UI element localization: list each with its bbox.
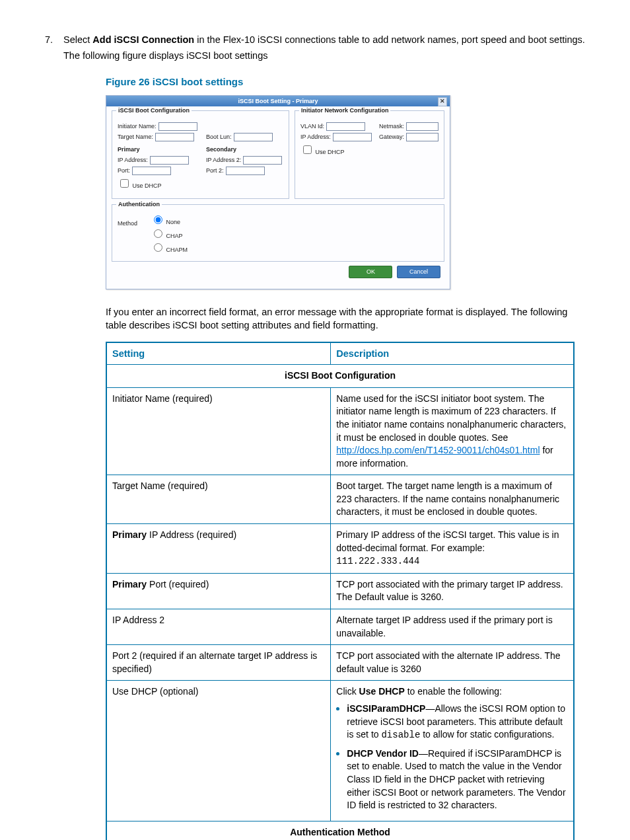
target-name-field: Target Name: [118,133,197,141]
th-description: Description [331,342,574,365]
cell-desc: Name used for the iSCSI initiator boot s… [331,387,574,475]
dialog-titlebar: iSCSI Boot Setting - Primary ✕ [106,96,450,107]
add-iscsi-connection-bold: Add iSCSI Connection [92,34,194,45]
panel-legend: iSCSI Boot Configuration [116,106,192,115]
para-after-dialog: If you enter an incorrect field format, … [106,305,590,332]
primary-port-input[interactable] [132,167,171,175]
settings-table: Setting Description iSCSI Boot Configura… [106,342,575,840]
text: in the Flex-10 iSCSI connections table t… [194,34,585,45]
authentication-panel: Authentication Method None CHAP CHAPM [112,204,444,262]
table-row: Port 2 (required if an alternate target … [106,645,574,681]
dialog-title-text: iSCSI Boot Setting - Primary [238,98,318,104]
figure-title: Figure 26 iSCSI boot settings [106,75,590,89]
step-lead: Select Add iSCSI Connection in the Flex-… [63,34,585,45]
target-name-input[interactable] [155,133,194,141]
section-boot-config: iSCSI Boot Configuration [106,365,574,388]
gateway-input[interactable] [406,133,438,141]
step-line2: The following figure displays iSCSI boot… [63,49,590,62]
table-row: IP Address 2 Alternate target IP address… [106,609,574,645]
radio-chapm[interactable]: CHAPM [151,241,188,254]
cell-setting: Initiator Name (required) [106,387,331,475]
text: Select [63,34,92,45]
panel-legend: Initiator Network Configuration [299,106,391,115]
vlan-id-field: VLAN Id: [300,122,370,131]
cell-desc: TCP port associated with the primary tar… [331,573,574,609]
table-row: Initiator Name (required) Name used for … [106,387,574,475]
boot-lun-input[interactable] [234,133,273,141]
cell-setting: IP Address 2 [106,609,331,645]
method-label: Method [118,219,137,228]
net-ip-field: IP Address: [300,133,370,141]
initiator-name-field: Initiator Name: [118,122,197,131]
ip-address-2-input[interactable] [243,156,282,165]
table-row: Target Name (required) Boot target. The … [106,475,574,524]
list-item: iSCSIParamDHCP—Allows the iSCSI ROM opti… [347,701,568,742]
initiator-name-input[interactable] [158,122,197,131]
cell-desc: Click Use DHCP to enable the following: … [331,681,574,821]
close-icon[interactable]: ✕ [438,97,447,106]
table-row: Primary IP Address (required) Primary IP… [106,524,574,574]
iscsi-boot-dialog: iSCSI Boot Setting - Primary ✕ iSCSI Boo… [106,95,450,289]
boot-config-panel: iSCSI Boot Configuration Initiator Name:… [112,110,289,199]
secondary-label: Secondary [206,145,236,154]
th-setting: Setting [106,342,331,365]
gateway-field: Gateway: [379,133,438,141]
dialog-footer: OK Cancel [112,262,444,282]
network-config-panel: Initiator Network Configuration VLAN Id:… [295,110,444,199]
radio-none[interactable]: None [151,213,188,227]
cancel-button[interactable]: Cancel [397,266,440,278]
net-ip-input[interactable] [333,133,372,141]
cell-setting: Primary IP Address (required) [106,524,331,574]
table-row: Use DHCP (optional) Click Use DHCP to en… [106,681,574,821]
netmask-input[interactable] [406,122,438,131]
use-dhcp-net[interactable]: Use DHCP [300,143,345,157]
ok-button[interactable]: OK [349,266,392,278]
panel-legend: Authentication [116,200,162,209]
cell-desc: Alternate target IP address used if the … [331,609,574,645]
docs-hp-link[interactable]: http://docs.hp.com/en/T1452-90011/ch04s0… [336,445,540,455]
section-auth-method: Authentication Method [106,821,574,840]
primary-ip-input[interactable] [150,156,189,165]
cell-desc: Primary IP address of the iSCSI target. … [331,524,574,574]
port-2-input[interactable] [226,167,265,175]
cell-setting: Primary Port (required) [106,573,331,609]
primary-label: Primary [118,145,197,154]
auth-method-radios: None CHAP CHAPM [151,213,188,254]
ip-address-2-field: IP Address 2: [206,156,282,165]
primary-ip-field: IP Address: [118,156,197,165]
cell-setting: Target Name (required) [106,475,331,524]
cell-setting: Use DHCP (optional) [106,681,331,821]
cell-desc: TCP port associated with the alternate I… [331,645,574,681]
use-dhcp-boot[interactable]: Use DHCP [118,177,162,190]
port-2-field: Port 2: [206,167,265,175]
cell-desc: Boot target. The target name length is a… [331,475,574,524]
use-dhcp-boot-checkbox[interactable] [120,179,129,188]
table-row: Primary Port (required) TCP port associa… [106,573,574,609]
primary-port-field: Port: [118,167,197,175]
cell-setting: Port 2 (required if an alternate target … [106,645,331,681]
radio-chap[interactable]: CHAP [151,227,188,241]
step-7: Select Add iSCSI Connection in the Flex-… [55,33,590,63]
list-item: DHCP Vendor ID—Required if iSCSIParamDHC… [347,746,568,812]
vlan-id-input[interactable] [326,122,365,131]
netmask-field: Netmask: [379,122,438,131]
use-dhcp-net-checkbox[interactable] [303,145,312,154]
